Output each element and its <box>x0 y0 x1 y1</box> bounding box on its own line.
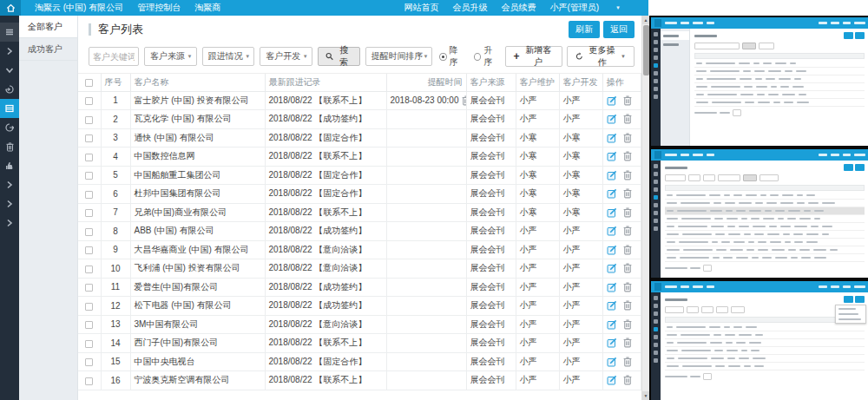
refresh-button[interactable]: 刷新 <box>569 21 600 38</box>
develop-select[interactable]: 客户开发▼ <box>260 47 312 66</box>
edit-button[interactable] <box>607 151 617 161</box>
row-checkbox[interactable] <box>85 377 93 385</box>
vertical-scrollbar[interactable]: ▲ ▼ <box>641 16 649 400</box>
list-icon[interactable] <box>0 99 19 118</box>
delete-button[interactable] <box>623 226 632 236</box>
delete-button[interactable] <box>623 282 632 292</box>
delete-button[interactable] <box>623 263 632 273</box>
mini-cell-text <box>667 257 676 259</box>
delete-button[interactable] <box>623 95 632 106</box>
row-checkbox[interactable] <box>85 116 93 124</box>
back-button[interactable]: 返回 <box>603 21 635 38</box>
edit-button[interactable] <box>607 375 617 385</box>
thumbs-up-icon[interactable] <box>0 156 19 175</box>
mini-subsidebar-item <box>661 31 689 40</box>
sign-in-icon[interactable] <box>0 80 19 99</box>
row-checkbox[interactable] <box>85 358 93 366</box>
edit-button[interactable] <box>607 263 617 273</box>
reminder-delete-button[interactable] <box>462 95 466 106</box>
followup-select[interactable]: 跟进情况▼ <box>202 47 255 66</box>
chevron-right-icon[interactable] <box>0 175 19 194</box>
row-checkbox[interactable] <box>85 134 93 142</box>
chevron-right-icon[interactable] <box>0 213 19 233</box>
chevron-right-icon[interactable] <box>0 194 19 213</box>
edit-button[interactable] <box>607 282 617 292</box>
mini-body <box>651 161 868 278</box>
delete-button[interactable] <box>623 151 632 161</box>
navbar-home-link[interactable]: 网站首页 <box>404 2 438 14</box>
edit-button[interactable] <box>607 245 617 255</box>
delete-button[interactable] <box>623 245 632 255</box>
delete-button[interactable] <box>623 207 632 218</box>
chevron-down-icon[interactable] <box>0 61 19 80</box>
sidebar-item-success-customers[interactable]: 成功客户 <box>19 38 77 61</box>
delete-button[interactable] <box>623 375 632 385</box>
edit-button[interactable] <box>607 338 617 348</box>
navbar-console[interactable]: 管理控制台 <box>137 2 181 14</box>
delete-button[interactable] <box>623 300 632 311</box>
navbar-renew-link[interactable]: 会员续费 <box>501 2 536 14</box>
delete-button[interactable] <box>623 357 632 367</box>
keyword-input[interactable] <box>89 47 139 66</box>
mini-sidebar-icon <box>654 203 658 207</box>
mini-cell-text <box>667 241 675 243</box>
edit-button[interactable] <box>607 319 617 330</box>
menu-icon[interactable] <box>0 23 19 42</box>
delete-button[interactable] <box>623 188 632 199</box>
reminder-time-cell: 2018-08-23 00:00 <box>386 91 466 110</box>
row-checkbox[interactable] <box>85 154 93 161</box>
home-icon[interactable] <box>0 0 21 16</box>
row-checkbox[interactable] <box>85 284 93 292</box>
mini-cell-text <box>733 194 742 196</box>
navbar-upgrade-link[interactable]: 会员升级 <box>452 2 487 14</box>
delete-button[interactable] <box>623 114 632 124</box>
icon-sidebar <box>0 16 19 400</box>
row-checkbox[interactable] <box>85 266 93 273</box>
edit-button[interactable] <box>607 95 617 106</box>
desc-radio[interactable]: 降序 <box>439 44 465 69</box>
delete-button[interactable] <box>623 170 632 180</box>
scrollbar-thumb[interactable] <box>643 25 649 75</box>
asc-radio[interactable]: 升序 <box>474 44 500 69</box>
edit-button[interactable] <box>607 170 617 180</box>
sidebar-item-all-customers[interactable]: 全部客户 <box>19 16 77 38</box>
row-checkbox[interactable] <box>85 228 93 236</box>
delete-button[interactable] <box>623 338 632 348</box>
row-checkbox[interactable] <box>85 321 93 329</box>
chevron-right-icon[interactable] <box>0 42 19 61</box>
edit-button[interactable] <box>607 188 617 199</box>
select-all-checkbox[interactable] <box>85 79 93 87</box>
mini-cell-text <box>753 357 766 359</box>
row-checkbox[interactable] <box>85 191 93 199</box>
navbar-shop[interactable]: 淘聚商 <box>194 2 220 14</box>
mini-control <box>688 174 700 181</box>
mini-cell-text <box>766 202 777 204</box>
delete-button[interactable] <box>623 319 632 330</box>
user-menu[interactable]: 小严(管理员) ▼ <box>549 2 635 14</box>
more-actions-button[interactable]: 更多操作 ▼ <box>567 46 635 67</box>
edit-button[interactable] <box>607 300 617 311</box>
edit-button[interactable] <box>607 226 617 236</box>
mini-sidebar-icon <box>654 180 658 184</box>
edit-button[interactable] <box>607 114 617 124</box>
edit-button[interactable] <box>607 357 617 367</box>
customer-name: 中国船舶重工集团公司 <box>130 166 265 185</box>
row-checkbox[interactable] <box>85 246 93 254</box>
row-checkbox[interactable] <box>85 303 93 311</box>
source-select[interactable]: 客户来源▼ <box>144 47 197 66</box>
row-checkbox[interactable] <box>85 97 93 105</box>
add-customer-button[interactable]: + 新增客户 <box>505 46 562 67</box>
row-checkbox[interactable] <box>85 172 93 180</box>
sort-select[interactable]: 提醒时间排序▼ <box>365 47 433 66</box>
edit-button[interactable] <box>607 133 617 143</box>
sign-out-icon[interactable] <box>0 118 19 137</box>
edit-button[interactable] <box>607 207 617 218</box>
navbar-company[interactable]: 淘聚云 (中国) 有限公司 <box>35 2 123 14</box>
trash-icon[interactable] <box>0 137 19 156</box>
search-button[interactable]: 搜索 <box>318 47 360 66</box>
mini-cell-text <box>775 62 786 64</box>
mini-cell-text <box>696 102 708 103</box>
delete-button[interactable] <box>623 133 632 143</box>
row-checkbox[interactable] <box>85 340 93 348</box>
row-checkbox[interactable] <box>85 209 93 217</box>
